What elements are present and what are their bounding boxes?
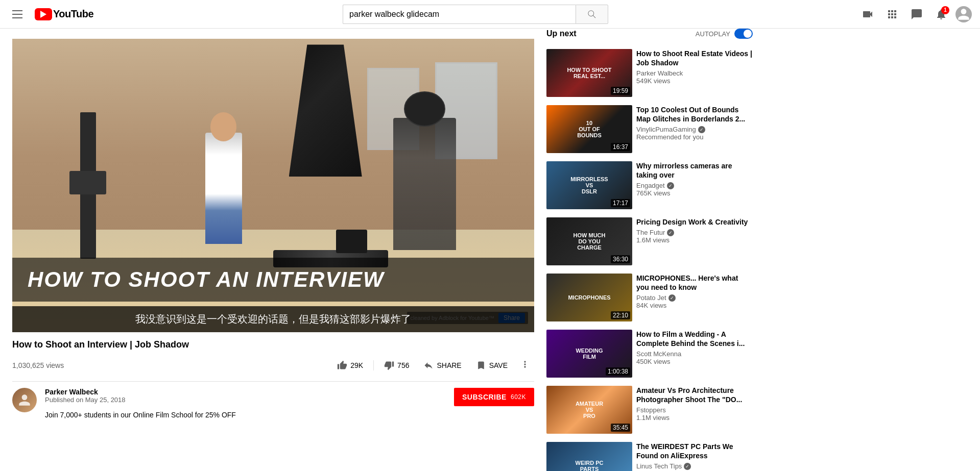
sidebar-video-meta: 1.6M views xyxy=(636,236,753,244)
video-duration: 35:45 xyxy=(611,424,630,432)
autoplay-toggle[interactable] xyxy=(734,29,753,39)
channel-details: Parker Walbeck Published on May 25, 2018… xyxy=(45,388,446,420)
search-bar xyxy=(343,5,608,24)
video-info: How to Shoot an Interview | Job Shadow 1… xyxy=(12,332,534,420)
video-area: HOW TO SHOOT AN INTERVIEW cleaned by Adb… xyxy=(0,29,546,471)
sidebar-video-item[interactable]: MIRRORLESSVSDSLR 17:17 Why mirrorless ca… xyxy=(546,157,753,213)
save-button[interactable]: SAVE xyxy=(470,356,514,375)
sidebar-video-meta: 450K views xyxy=(636,358,753,365)
sidebar-thumbnail: WEIRD PCPARTS xyxy=(546,442,632,471)
view-count: 1,030,625 views xyxy=(12,361,331,369)
header-right: 1 xyxy=(857,4,972,24)
sidebar-thumbnail: MIRRORLESSVSDSLR 17:17 xyxy=(546,161,632,209)
video-meta-bar: 1,030,625 views 29K 756 SHARE xyxy=(12,355,534,382)
account-avatar[interactable] xyxy=(955,6,972,22)
save-label: SAVE xyxy=(489,361,508,369)
video-duration: 36:30 xyxy=(611,255,630,263)
account-icon xyxy=(955,6,972,22)
verified-icon xyxy=(667,182,674,189)
more-dots-icon xyxy=(520,359,530,369)
sidebar-video-info: Why mirrorless cameras are taking over E… xyxy=(636,161,753,209)
notifications-button[interactable]: 1 xyxy=(931,4,951,24)
chat-button[interactable] xyxy=(906,4,927,24)
apps-button[interactable] xyxy=(882,4,902,24)
sidebar-video-item[interactable]: HOW TO SHOOTREAL EST... 19:59 How to Sho… xyxy=(546,45,753,101)
dislike-button[interactable]: 756 xyxy=(378,356,415,375)
search-button[interactable] xyxy=(576,5,608,24)
verified-icon xyxy=(698,126,705,133)
sidebar-video-info: Top 10 Coolest Out of Bounds Map Glitche… xyxy=(636,105,753,153)
video-scene: HOW TO SHOOT AN INTERVIEW cleaned by Adb… xyxy=(12,39,534,332)
youtube-logo-text: YouTube xyxy=(53,8,93,20)
video-camera-icon xyxy=(862,8,874,20)
sidebar-video-meta: Recommended for you xyxy=(636,133,753,141)
sidebar-thumbnail: MICROPHONES 22:10 xyxy=(546,274,632,321)
thumb-label: WEIRD PCPARTS xyxy=(573,458,606,471)
share-label: SHARE xyxy=(437,361,461,369)
sidebar-video-info: How to Shoot Real Estate Videos | Job Sh… xyxy=(636,49,753,97)
sidebar-video-meta: 549K views xyxy=(636,77,753,85)
sidebar-video-item[interactable]: WEIRD PCPARTS The WEIRDEST PC Parts We F… xyxy=(546,438,753,471)
sidebar-video-meta: 84K views xyxy=(636,302,753,309)
sidebar-channel-name: Engadget xyxy=(636,182,753,189)
video-title: How to Shoot an Interview | Job Shadow xyxy=(12,338,534,351)
verified-icon xyxy=(667,229,674,236)
like-button[interactable]: 29K xyxy=(331,356,369,375)
sidebar-video-title: How to Film a Wedding - A Complete Behin… xyxy=(636,330,753,348)
subscriber-count: 602K xyxy=(511,393,526,401)
published-date: Published on May 25, 2018 xyxy=(45,396,446,404)
header-center xyxy=(93,5,857,24)
like-divider xyxy=(373,360,374,370)
hamburger-menu-button[interactable] xyxy=(8,6,27,22)
sidebar-video-title: Pricing Design Work & Creativity xyxy=(636,217,753,227)
channel-name[interactable]: Parker Walbeck xyxy=(45,388,446,396)
scene-bg-person xyxy=(393,118,456,250)
up-next-label: Up next xyxy=(546,29,577,38)
header: YouTube 1 xyxy=(0,0,980,29)
sidebar-video-item[interactable]: 10OUT OFBOUNDS 16:37 Top 10 Coolest Out … xyxy=(546,101,753,157)
share-button[interactable]: SHARE xyxy=(417,356,467,375)
autoplay-label: AUTOPLAY xyxy=(696,30,730,38)
video-description: Join 7,000+ students in our Online Film … xyxy=(45,410,446,420)
save-icon xyxy=(476,360,486,370)
share-icon xyxy=(423,360,434,370)
sidebar-thumbnail: HOW MUCHDO YOUCHARGE 36:30 xyxy=(546,217,632,265)
video-player-container: HOW TO SHOOT AN INTERVIEW cleaned by Adb… xyxy=(12,39,534,332)
thumbs-down-icon xyxy=(384,360,394,370)
sidebar-video-title: Amateur Vs Pro Architecture Photographer… xyxy=(636,386,753,404)
verified-icon xyxy=(668,294,676,302)
search-icon xyxy=(587,9,597,19)
youtube-logo[interactable]: YouTube xyxy=(35,8,93,20)
video-upload-button[interactable] xyxy=(857,4,878,24)
sidebar-channel-name: Parker Walbeck xyxy=(636,69,753,77)
header-left: YouTube xyxy=(8,6,93,22)
sidebar-video-info: The WEIRDEST PC Parts We Found on AliExp… xyxy=(636,442,753,471)
sidebar-video-item[interactable]: MICROPHONES 22:10 MICROPHONES... Here's … xyxy=(546,269,753,326)
video-duration: 17:17 xyxy=(611,199,630,207)
scene-camera-on-rig xyxy=(336,230,367,253)
sidebar-thumbnail: AMATEURvsPRO 35:45 xyxy=(546,386,632,434)
sidebar-video-meta: 765K views xyxy=(636,189,753,197)
sidebar-videos-list: HOW TO SHOOTREAL EST... 19:59 How to Sho… xyxy=(546,45,753,471)
sidebar-channel-name: Linus Tech Tips xyxy=(636,462,753,470)
autoplay-section: AUTOPLAY xyxy=(696,29,753,39)
notification-badge: 1 xyxy=(941,6,949,14)
channel-avatar[interactable] xyxy=(12,388,37,412)
subtitle-text: 我没意识到这是一个受欢迎的话题，但是我猜这部影片爆炸了 xyxy=(135,313,411,325)
sidebar-video-item[interactable]: WEDDINGFILM 1:00:38 How to Film a Weddin… xyxy=(546,326,753,382)
verified-icon xyxy=(684,463,691,470)
video-title-overlay: HOW TO SHOOT AN INTERVIEW xyxy=(12,258,534,302)
sidebar-video-item[interactable]: AMATEURvsPRO 35:45 Amateur Vs Pro Archit… xyxy=(546,382,753,438)
sidebar-video-title: MICROPHONES... Here's what you need to k… xyxy=(636,274,753,292)
sidebar-video-info: MICROPHONES... Here's what you need to k… xyxy=(636,274,753,321)
video-player[interactable]: HOW TO SHOOT AN INTERVIEW cleaned by Adb… xyxy=(12,39,534,332)
sidebar-video-item[interactable]: HOW MUCHDO YOUCHARGE 36:30 Pricing Desig… xyxy=(546,213,753,269)
subscribe-button[interactable]: SUBSCRIBE 602K xyxy=(454,388,534,406)
scene-camera xyxy=(69,171,106,194)
thumb-label: HOW TO SHOOTREAL EST... xyxy=(565,65,613,81)
search-input[interactable] xyxy=(343,5,576,24)
dislike-count: 756 xyxy=(397,361,409,369)
subtitle-bar: 我没意识到这是一个受欢迎的话题，但是我猜这部影片爆炸了 xyxy=(12,306,534,332)
more-options-button[interactable] xyxy=(516,355,534,375)
video-duration: 16:37 xyxy=(611,143,630,151)
